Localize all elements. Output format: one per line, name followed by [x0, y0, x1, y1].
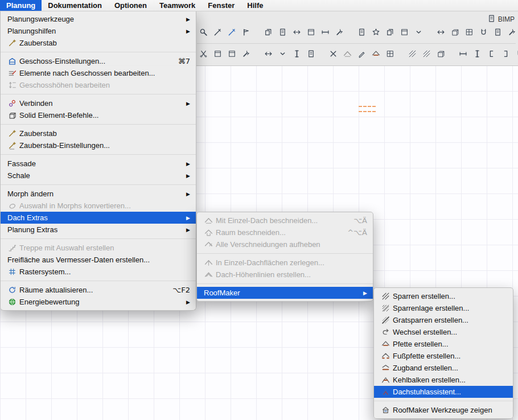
- menu-item-dach-extras[interactable]: Dach Extras▶: [1, 212, 196, 224]
- menu-item-zauberstab[interactable]: Zauberstab: [1, 127, 196, 139]
- menu-item-label: Planungshilfen: [7, 27, 56, 35]
- menu-item-zauberstab-einstellungen[interactable]: Zauberstab-Einstellungen...: [1, 139, 196, 151]
- copy-as-picture-icon[interactable]: [384, 26, 397, 39]
- menu-item-verbinden[interactable]: Verbinden▶: [1, 97, 196, 109]
- menu-item-geschoss-einstellungen[interactable]: Geschoss-Einstellungen...⌘7: [1, 55, 196, 67]
- previous-view-icon[interactable]: [434, 26, 447, 39]
- solid-element-icon: [7, 111, 17, 120]
- menu-item-alle-verschneidungen-aufheben[interactable]: Alle Verschneidungen aufheben: [197, 238, 373, 250]
- menubar-item-fenster[interactable]: Fenster: [202, 0, 241, 11]
- menu-item-fusspfette-erstellen[interactable]: Fußpfette erstellen...: [374, 350, 513, 362]
- project-preferences-icon[interactable]: [491, 26, 504, 39]
- menu-item-planungshilfen[interactable]: Planungshilfen▶: [1, 25, 196, 37]
- menu-item-treppe-mit-auswahl-erstellen[interactable]: Treppe mit Auswahl erstellen: [1, 242, 196, 254]
- menu-item-schale[interactable]: Schale▶: [1, 170, 196, 182]
- mirror-icon[interactable]: [434, 47, 447, 60]
- menu-item-zugband-erstellen[interactable]: Zugband erstellen...: [374, 362, 513, 374]
- selection-style-icon[interactable]: [398, 26, 411, 39]
- favorites-icon[interactable]: [369, 26, 383, 39]
- crop-icon[interactable]: [225, 47, 239, 60]
- bracket-left-icon[interactable]: [485, 47, 498, 60]
- menubar-item-dokumentation[interactable]: Dokumentation: [42, 0, 108, 11]
- menu-item-morph-aendern[interactable]: Morph ändern▶: [1, 188, 196, 200]
- menu-item-pfette-erstellen[interactable]: Pfette erstellen...: [374, 338, 513, 350]
- document-settings-icon[interactable]: [305, 47, 318, 60]
- menu-item-in-einzel-dachflaechen-zerlegen[interactable]: In Einzel-Dachflächen zerlegen...: [197, 257, 373, 269]
- menu-item-geschosshoehen-bearbeiten[interactable]: Geschosshöhen bearbeiten: [1, 79, 196, 91]
- zoom-icon[interactable]: [197, 26, 210, 39]
- wand-icon: [7, 129, 17, 138]
- element-information-icon[interactable]: [355, 26, 368, 39]
- menu-item-dach-hoehenlinien-erstellen[interactable]: Dach-Höhenlinien erstellen...: [197, 269, 373, 281]
- menu-item-wechsel-erstellen[interactable]: Wechsel erstellen...: [374, 326, 513, 338]
- menubar-item-optionen[interactable]: Optionen: [108, 0, 153, 11]
- menu-item-roofmaker-werkzeuge-zeigen[interactable]: RoofMaker Werkzeuge zeigen: [374, 404, 513, 416]
- scissors-icon[interactable]: [197, 47, 210, 60]
- menu-item-rastersystem[interactable]: Rastersystem...: [1, 266, 196, 278]
- annotate-icon[interactable]: [333, 26, 346, 39]
- menubar-item-planung[interactable]: Planung: [0, 0, 42, 11]
- menu-item-raum-beschneiden[interactable]: Raum beschneiden...^⌥Ä: [197, 227, 373, 238]
- menu-item-solid-element-befehle[interactable]: Solid Element-Befehle...: [1, 109, 196, 121]
- capture-view-icon[interactable]: [449, 26, 462, 39]
- hatch-right-icon[interactable]: [420, 47, 433, 60]
- marquee-icon[interactable]: [240, 26, 253, 39]
- menu-item-kehlbalken-erstellen[interactable]: Kehlbalken erstellen...: [374, 374, 513, 386]
- menu-item-label: Planungswerkzeuge: [7, 15, 74, 23]
- eaves-purlin-icon: [381, 352, 390, 361]
- cancel-icon[interactable]: [327, 47, 340, 60]
- menu-item-freiflaeche-aus-vermesser-daten-erstellen[interactable]: Freifläche aus Vermesser-Daten erstellen…: [1, 254, 196, 266]
- submenu-arrow-icon: ▶: [186, 299, 190, 305]
- submenu-arrow-icon: ▶: [186, 191, 190, 197]
- trace-reference-icon[interactable]: [276, 26, 289, 39]
- style-chevron-icon[interactable]: [412, 26, 425, 39]
- roof-accessories-icon[interactable]: [369, 47, 383, 60]
- menu-item-label: Energiebewertung: [19, 298, 80, 306]
- inject-parameters-icon[interactable]: [225, 26, 239, 39]
- work-environment-icon[interactable]: [505, 26, 518, 39]
- hatch-left-icon[interactable]: [406, 47, 419, 60]
- menu-item-planung-extras[interactable]: Planung Extras▶: [1, 224, 196, 236]
- align-view-icon[interactable]: [290, 26, 303, 39]
- fit-in-window-icon[interactable]: [305, 26, 318, 39]
- menu-item-sparren-erstellen[interactable]: Sparren erstellen...: [374, 290, 513, 302]
- menu-item-energiebewertung[interactable]: Energiebewertung▶: [1, 296, 196, 308]
- selection-marker[interactable]: [359, 106, 376, 112]
- menu-item-zauberstab[interactable]: Zauberstab: [1, 37, 196, 49]
- menu-item-roofmaker[interactable]: RoofMaker▶: [197, 287, 373, 299]
- menu-item-sparrenlage-erstellen[interactable]: Sparrenlage erstellen...: [374, 302, 513, 314]
- beam-horizontal-icon[interactable]: [457, 47, 470, 60]
- magnet-snap-icon[interactable]: [513, 47, 518, 60]
- menu-item-gratsparren-erstellen[interactable]: Gratsparren erstellen...: [374, 314, 513, 326]
- menubar-item-teamwork[interactable]: Teamwork: [153, 0, 202, 11]
- menu-item-label: Treppe mit Auswahl erstellen: [19, 244, 114, 252]
- menu-item-label: Fassade: [7, 159, 36, 168]
- menu-item-label: Dach-Höhenlinien erstellen...: [216, 270, 311, 279]
- attribute-manager-icon[interactable]: [477, 26, 490, 39]
- shortcut-label: ⌥Ä: [353, 216, 367, 225]
- toolbar-row-1: [197, 26, 518, 39]
- raise-icon[interactable]: [290, 47, 303, 60]
- library-manager-icon[interactable]: [463, 26, 476, 39]
- menu-item-planungswerkzeuge[interactable]: Planungswerkzeuge▶: [1, 13, 196, 25]
- corner-icon[interactable]: [276, 47, 289, 60]
- bracket-right-icon[interactable]: [499, 47, 512, 60]
- submenu-arrow-icon: ▶: [186, 101, 190, 106]
- layouting-icon[interactable]: [319, 26, 332, 39]
- menu-item-auswahl-in-morphs-konvertieren[interactable]: Auswahl in Morphs konvertieren...: [1, 200, 196, 212]
- skylight-icon[interactable]: [384, 47, 397, 60]
- menu-item-fassade[interactable]: Fassade▶: [1, 158, 196, 170]
- undo-modify-icon[interactable]: [262, 47, 275, 60]
- roof-levels-icon[interactable]: [341, 47, 354, 60]
- menu-item-mit-einzel-dach-beschneiden[interactable]: Mit Einzel-Dach beschneiden...⌥Ä: [197, 215, 373, 227]
- menu-item-dachstuhlassistent[interactable]: Dachstuhlassistent...: [374, 386, 513, 398]
- pick-up-parameters-icon[interactable]: [211, 26, 224, 39]
- trim-elements-icon[interactable]: [211, 47, 224, 60]
- beam-vertical-icon[interactable]: [471, 47, 484, 60]
- virtual-trace-icon[interactable]: [262, 26, 275, 39]
- menubar-item-hilfe[interactable]: Hilfe: [241, 0, 269, 11]
- adjust-icon[interactable]: [240, 47, 253, 60]
- slope-icon[interactable]: [355, 47, 368, 60]
- menu-item-raeume-aktualisieren[interactable]: Räume aktualisieren...⌥F2: [1, 284, 196, 296]
- menu-item-elemente-nach-geschossen-bearbeiten[interactable]: Elemente nach Geschossen bearbeiten...: [1, 67, 196, 79]
